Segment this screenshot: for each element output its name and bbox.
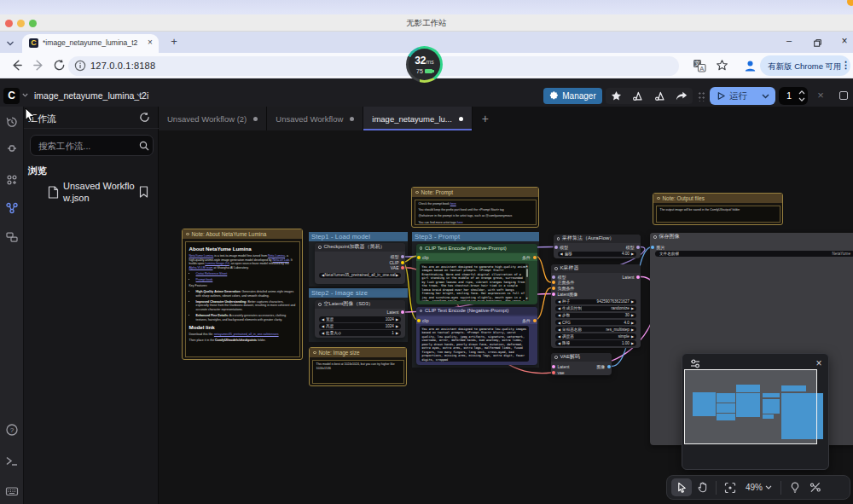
- prompt-textarea[interactable]: You are an assistant designed to generat…: [420, 264, 529, 302]
- bookmark-icon[interactable]: [139, 186, 148, 198]
- widget-步数[interactable]: ◀步数30▶: [555, 313, 636, 319]
- input-Latent[interactable]: Latent: [552, 364, 569, 369]
- sidebar-item-terminal[interactable]: [5, 455, 19, 468]
- input-图片[interactable]: 图片: [651, 245, 665, 250]
- input-负面条件[interactable]: 负面条件: [552, 286, 575, 291]
- pan-tool-button[interactable]: [692, 478, 712, 496]
- node-vaedecode[interactable]: VAE解码Latentvae图像: [551, 353, 612, 375]
- widget-生成后控制[interactable]: ◀生成后控制randomize▶: [555, 306, 636, 312]
- batch-count-stepper[interactable]: 1: [779, 87, 808, 105]
- interrupt-icon[interactable]: ×: [815, 90, 827, 101]
- sidebar-item-workflows[interactable]: [5, 201, 19, 215]
- output-conditioning[interactable]: 条件: [522, 318, 537, 323]
- workflow-tab-1[interactable]: Unsaved Workflow (2): [159, 107, 267, 130]
- output-模型[interactable]: 模型: [626, 245, 641, 250]
- widget-调度器[interactable]: ◀调度器simple▶: [555, 333, 636, 339]
- widget-种子[interactable]: ◀种子942590763621627▶: [555, 299, 636, 305]
- select-tool-button[interactable]: [671, 478, 692, 496]
- star-icon[interactable]: [611, 90, 622, 101]
- bookmark-star-icon[interactable]: [716, 59, 729, 72]
- logo-caret-icon[interactable]: [22, 92, 28, 98]
- node-clip_neg[interactable]: CLIP Text Encode (Negative-Prompt)clip条件…: [416, 307, 537, 366]
- input-vae[interactable]: vae: [552, 370, 565, 375]
- browser-close-button[interactable]: ×: [838, 35, 851, 49]
- widget-CFG[interactable]: ◀CFG4.0▶: [555, 320, 636, 326]
- input-正面条件[interactable]: 正面条件: [552, 280, 575, 285]
- input-模型[interactable]: 模型: [554, 245, 569, 250]
- browser-restore-button[interactable]: [810, 35, 824, 49]
- node-auraflow[interactable]: 采样算法（AuraFlow）模型模型◀偏移4.00▶: [554, 235, 641, 258]
- comfy-logo[interactable]: C: [3, 88, 20, 104]
- note-note-about-netayume-lumina[interactable]: Note: About NetaYume LuminaAbout NetaYum…: [182, 229, 303, 360]
- widget-采样器名称[interactable]: ◀采样器名称res_multistep▶: [555, 327, 636, 333]
- prompt-textarea[interactable]: You are an assistant designed to generat…: [420, 326, 529, 362]
- sidebar-item-model-library[interactable]: [5, 173, 19, 187]
- input-clip[interactable]: clip: [417, 318, 429, 323]
- translate-icon[interactable]: 文A: [693, 59, 706, 72]
- workflow-name[interactable]: image_netayume_lumina_t2i: [34, 90, 148, 101]
- refresh-icon[interactable]: [139, 112, 150, 123]
- note-note-prompt[interactable]: Note: PromptCheck the prompt book hereYo…: [411, 187, 539, 228]
- browser-minimize-button[interactable]: –: [782, 35, 796, 49]
- bell-mute-icon[interactable]: [632, 90, 643, 101]
- sidebar-item-templates[interactable]: [5, 230, 19, 244]
- input-Latent图像[interactable]: Latent图像: [552, 292, 577, 297]
- back-icon[interactable]: [10, 59, 24, 72]
- widget-偏移[interactable]: ◀偏移4.00▶: [558, 252, 637, 258]
- workflow-tab-2[interactable]: Unsaved Workflow: [267, 107, 363, 130]
- minimap-panel[interactable]: ×: [682, 353, 829, 470]
- textarea-scrollbar[interactable]: ▲▼: [525, 264, 530, 302]
- widget-ckpt-name[interactable]: ◀NetaYumev35_pretrained_all_in_one.saf▶: [319, 273, 401, 279]
- output-Latent[interactable]: Latent: [623, 275, 640, 280]
- browser-tab[interactable]: C *image_netayume_lumina_t2 ×: [22, 34, 159, 53]
- forward-icon[interactable]: [32, 59, 46, 72]
- reload-icon[interactable]: [53, 59, 67, 72]
- widget-降噪[interactable]: ◀降噪1.00▶: [555, 340, 636, 346]
- run-dropdown-caret-icon[interactable]: [762, 94, 769, 99]
- output-图像[interactable]: 图像: [597, 364, 612, 369]
- minimap-close-icon[interactable]: ×: [813, 357, 825, 369]
- manager-button[interactable]: Manager: [543, 88, 602, 104]
- output-模型[interactable]: 模型: [391, 254, 405, 259]
- workflow-name-caret-icon[interactable]: [136, 92, 142, 98]
- widget-高度[interactable]: ◀高度1024▶: [319, 323, 401, 329]
- output-VAE[interactable]: VAE: [391, 265, 404, 270]
- drag-handle[interactable]: [698, 91, 705, 101]
- new-workflow-tab-button[interactable]: +: [473, 107, 498, 130]
- bell-mute-icon-2[interactable]: [654, 90, 665, 101]
- tab-search-icon[interactable]: [3, 37, 17, 49]
- stepper-arrows-icon[interactable]: [798, 89, 806, 103]
- workflow-list-item[interactable]: Unsaved Workflow.json: [26, 178, 155, 207]
- node-latent[interactable]: 空Latent图像（SD3）Latent◀宽度1024▶◀高度1024▶◀批量大…: [315, 300, 405, 338]
- sidebar-item-node-library[interactable]: [5, 142, 19, 155]
- new-tab-button[interactable]: +: [167, 35, 181, 49]
- widget-批量大小[interactable]: ◀批量大小1▶: [319, 330, 401, 336]
- input-clip[interactable]: clip: [417, 255, 429, 260]
- share-icon[interactable]: [676, 90, 688, 101]
- minimap-viewport[interactable]: [683, 368, 823, 445]
- sidebar-item-help[interactable]: ?: [5, 423, 19, 437]
- node-ckpt[interactable]: Checkpoint加载器（简易）模型CLIPVAE◀NetaYumev35_p…: [315, 243, 405, 284]
- toggle-links-button[interactable]: [805, 478, 826, 496]
- widget-宽度[interactable]: ◀宽度1024▶: [319, 316, 401, 322]
- toggle-theme-button[interactable]: [785, 478, 805, 496]
- chrome-update-pill[interactable]: 有新版 Chrome 可用 ⋮: [760, 55, 850, 76]
- sidebar-item-keyboard-shortcuts[interactable]: [5, 484, 19, 498]
- output-Latent[interactable]: Latent: [387, 310, 404, 315]
- note-note-output-files[interactable]: Note: Output filesThe output image will …: [653, 193, 783, 225]
- sidebar-item-queue-history[interactable]: [5, 115, 19, 129]
- fit-view-button[interactable]: [720, 478, 740, 496]
- output-conditioning[interactable]: 条件: [522, 255, 537, 260]
- zoom-level-button[interactable]: 49%: [740, 483, 777, 492]
- browser-menu-icon[interactable]: ⋮: [841, 60, 850, 73]
- widget-文件名前缀[interactable]: 文件名前缀NetaYume: [655, 251, 853, 257]
- workflow-search-input[interactable]: 搜索工作流...: [30, 135, 154, 156]
- workflow-tab-3[interactable]: image_netayume_lu...: [363, 107, 472, 130]
- tab-close-icon[interactable]: ×: [145, 38, 155, 48]
- run-button[interactable]: 运行: [710, 87, 775, 105]
- latency-badge[interactable]: 32ms 75: [406, 46, 443, 83]
- address-bar[interactable]: 127.0.0.1:8188: [68, 56, 679, 76]
- site-info-icon[interactable]: [74, 60, 86, 72]
- profile-avatar-icon[interactable]: [743, 59, 757, 72]
- note-note-image-size[interactable]: Note: Image sizeThis model is best at 10…: [309, 347, 407, 386]
